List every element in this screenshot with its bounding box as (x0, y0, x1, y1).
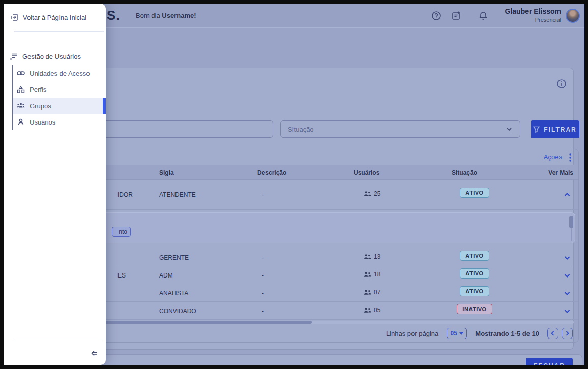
table-row[interactable]: ANALISTA - 07 ATIVO (34, 284, 578, 302)
info-icon[interactable] (556, 79, 567, 89)
sidebar-item-label: Grupos (30, 102, 51, 110)
status-badge: ATIVO (452, 286, 497, 296)
table-row[interactable]: IDOR ATENDENTE - 25 ATIVO (34, 180, 578, 210)
col-header-usuarios: Usuários (354, 169, 379, 176)
cell-sigla: ATENDENTE (159, 191, 196, 198)
cell-usuarios: 05 (364, 306, 380, 314)
app-logo: S. (107, 8, 121, 23)
chevron-down-icon[interactable] (563, 254, 571, 262)
sidebar-item-voltar[interactable]: Voltar à Página Inicial (10, 10, 86, 25)
cell-nome: IDOR (117, 191, 133, 198)
pagination-bar: Linhas por página 05 Mostrando 1-5 de 10 (34, 324, 578, 343)
table-row[interactable]: CONVIDADO - 05 INATIVO (34, 302, 578, 320)
table-toolbar: Ações (34, 149, 578, 165)
sidebar-item-label: Voltar à Página Inicial (23, 14, 86, 21)
new-note-icon[interactable] (451, 11, 461, 21)
usuarios-count: 07 (374, 289, 380, 296)
caret-down-icon (459, 332, 463, 335)
users-icon (364, 191, 371, 197)
status-badge: ATIVO (452, 188, 497, 198)
kebab-menu-icon[interactable] (569, 153, 571, 161)
cell-descricao: - (262, 191, 264, 198)
list-plus-icon (10, 52, 18, 60)
group-chip[interactable]: nto (112, 227, 131, 237)
sidebar-divider (14, 341, 104, 341)
sidebar-item-label: Usuários (30, 118, 55, 126)
cell-usuarios: 07 (364, 289, 380, 296)
table-row[interactable]: GERENTE - 13 ATIVO (34, 249, 578, 266)
chevron-down-icon[interactable] (563, 271, 571, 280)
sidebar-selected-indicator (103, 98, 106, 114)
rows-per-page-select[interactable]: 05 (447, 328, 467, 339)
table-container: Ações Sigla Descrição Usuários Situação … (34, 149, 579, 343)
rows-per-page-label: Linhas por página (386, 330, 438, 337)
users-icon (364, 307, 371, 313)
acoes-link[interactable]: Ações (544, 153, 562, 161)
situacao-select-label: Situação (288, 126, 506, 133)
cell-usuarios: 13 (364, 253, 380, 260)
chevron-left-icon (550, 330, 556, 336)
link-icon (17, 69, 25, 77)
showing-range-label: Mostrando 1-5 de 10 (475, 330, 539, 337)
previous-page-button[interactable] (547, 328, 558, 339)
cell-sigla: ANALISTA (159, 290, 188, 297)
filtrar-button[interactable]: FILTRAR (531, 120, 579, 138)
table-row[interactable]: ES ADM - 18 ATIVO (34, 266, 578, 284)
notifications-icon[interactable] (478, 11, 488, 21)
usuarios-count: 13 (374, 253, 380, 260)
collapse-sidebar-icon[interactable] (90, 349, 99, 358)
app-screen: S. Bom dia Username! (4, 4, 584, 365)
logo-text: S. (107, 8, 121, 23)
sidebar-item-perfis[interactable]: Perfis (13, 81, 106, 98)
filtrar-label: FILTRAR (544, 126, 576, 133)
user-block[interactable]: Glauber Elissom Presencial (505, 7, 561, 23)
cell-descricao: - (262, 254, 264, 261)
user-status: Presencial (505, 17, 561, 23)
cell-sigla: GERENTE (159, 254, 189, 261)
chevron-right-icon (564, 330, 570, 336)
expanded-row-panel: nto (38, 212, 575, 243)
users-icon (364, 271, 371, 278)
cell-sigla: ADM (159, 272, 173, 279)
group-icon (17, 102, 25, 110)
sidebar-item-unidades-de-acesso[interactable]: Unidades de Acesso (13, 65, 106, 81)
sidebar-item-label: Perfis (30, 86, 46, 94)
users-icon (364, 289, 371, 295)
fechar-button[interactable]: FECHAR (526, 358, 573, 365)
table-header-row: Sigla Descrição Usuários Situação Ver Ma… (34, 165, 578, 180)
sidebar-drawer: Voltar à Página Inicial Gestão de Usuári… (4, 4, 106, 365)
usuarios-count: 05 (374, 306, 380, 314)
next-page-button[interactable] (562, 328, 573, 339)
col-header-ver-mais: Ver Mais (548, 169, 573, 176)
status-badge: INATIVO (452, 304, 497, 314)
sidebar-divider (14, 31, 104, 32)
status-badge: ATIVO (452, 251, 497, 261)
user-icon (17, 118, 25, 126)
col-header-sigla: Sigla (159, 169, 174, 176)
chevron-down-icon[interactable] (563, 307, 571, 315)
filter-funnel-icon (533, 126, 540, 133)
user-name: Glauber Elissom (505, 7, 561, 15)
sidebar-section-label: Gestão de Usuários (22, 53, 81, 60)
col-header-descricao: Descrição (257, 169, 286, 176)
usuarios-count: 18 (374, 271, 380, 278)
col-header-situacao: Situação (452, 169, 477, 176)
chevron-up-icon[interactable] (563, 191, 571, 199)
sidebar-item-grupos[interactable]: Grupos (13, 98, 106, 114)
cell-descricao: - (262, 308, 264, 315)
situacao-select[interactable]: Situação (280, 120, 520, 138)
avatar[interactable] (566, 9, 580, 23)
help-icon[interactable] (431, 11, 442, 21)
chevron-down-icon (506, 126, 513, 133)
exit-door-icon (10, 13, 18, 21)
sidebar-section-gestao-de-usuarios[interactable]: Gestão de Usuários (10, 49, 81, 64)
rows-per-page-value: 05 (451, 330, 457, 337)
sidebar-item-usuarios[interactable]: Usuários (13, 114, 106, 130)
cell-usuarios: 18 (364, 271, 380, 278)
chevron-down-icon[interactable] (563, 289, 571, 297)
cell-sigla: CONVIDADO (159, 308, 196, 315)
panel-scrollbar-thumb[interactable] (569, 216, 573, 228)
greeting-text: Bom dia Username! (136, 12, 196, 19)
cell-usuarios: 25 (364, 190, 380, 197)
greeting-username: Username! (162, 12, 196, 19)
